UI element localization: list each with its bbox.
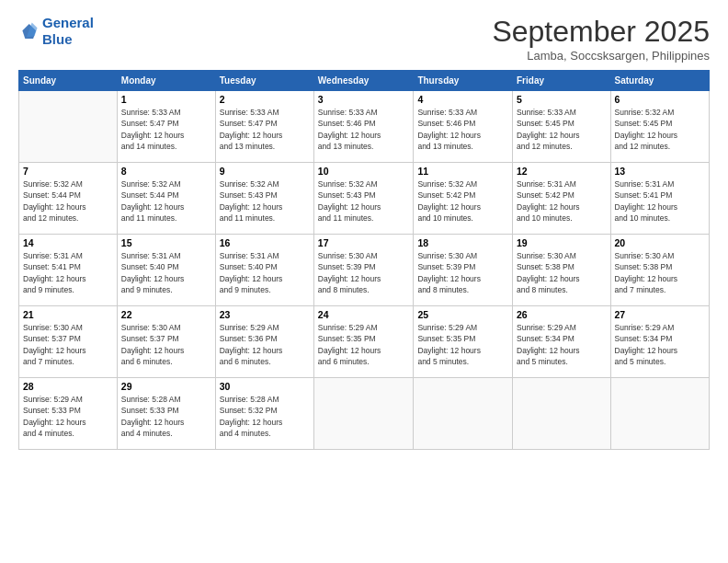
day-cell: 19Sunrise: 5:30 AMSunset: 5:38 PMDayligh… [513, 235, 611, 306]
day-cell: 1Sunrise: 5:33 AMSunset: 5:47 PMDaylight… [117, 91, 215, 163]
day-info: Sunrise: 5:28 AMSunset: 5:32 PMDaylight:… [220, 394, 310, 439]
day-info: Sunrise: 5:30 AMSunset: 5:39 PMDaylight:… [318, 250, 410, 295]
calendar-table: SundayMondayTuesdayWednesdayThursdayFrid… [18, 70, 710, 450]
day-info: Sunrise: 5:30 AMSunset: 5:39 PMDaylight:… [417, 250, 508, 295]
day-info: Sunrise: 5:30 AMSunset: 5:37 PMDaylight:… [23, 322, 113, 367]
day-cell: 22Sunrise: 5:30 AMSunset: 5:37 PMDayligh… [117, 306, 215, 378]
day-number: 2 [220, 94, 310, 105]
day-number: 17 [318, 237, 410, 248]
day-info: Sunrise: 5:32 AMSunset: 5:44 PMDaylight:… [23, 178, 113, 224]
day-number: 3 [318, 94, 410, 105]
day-cell: 25Sunrise: 5:29 AMSunset: 5:35 PMDayligh… [414, 306, 513, 378]
col-header-monday: Monday [117, 71, 215, 91]
day-number: 7 [23, 166, 113, 177]
day-info: Sunrise: 5:29 AMSunset: 5:36 PMDaylight:… [220, 322, 310, 367]
day-cell: 4Sunrise: 5:33 AMSunset: 5:46 PMDaylight… [414, 91, 513, 163]
week-row-5: 28Sunrise: 5:29 AMSunset: 5:33 PMDayligh… [19, 378, 710, 450]
day-info: Sunrise: 5:33 AMSunset: 5:46 PMDaylight:… [417, 107, 508, 152]
day-cell: 21Sunrise: 5:30 AMSunset: 5:37 PMDayligh… [19, 306, 118, 378]
day-info: Sunrise: 5:33 AMSunset: 5:47 PMDaylight:… [121, 107, 211, 152]
day-info: Sunrise: 5:33 AMSunset: 5:46 PMDaylight:… [318, 107, 410, 152]
day-info: Sunrise: 5:30 AMSunset: 5:38 PMDaylight:… [615, 250, 705, 295]
day-info: Sunrise: 5:31 AMSunset: 5:42 PMDaylight:… [517, 178, 607, 224]
day-number: 22 [121, 309, 211, 320]
col-header-wednesday: Wednesday [313, 71, 414, 91]
day-cell [513, 378, 611, 450]
day-cell: 10Sunrise: 5:32 AMSunset: 5:43 PMDayligh… [313, 163, 414, 235]
day-info: Sunrise: 5:29 AMSunset: 5:35 PMDaylight:… [417, 322, 508, 367]
day-number: 8 [121, 166, 211, 177]
week-row-2: 7Sunrise: 5:32 AMSunset: 5:44 PMDaylight… [19, 163, 710, 235]
day-cell: 15Sunrise: 5:31 AMSunset: 5:40 PMDayligh… [117, 235, 215, 306]
day-number: 19 [517, 237, 607, 248]
logo: General Blue [18, 15, 94, 48]
day-cell: 5Sunrise: 5:33 AMSunset: 5:45 PMDaylight… [513, 91, 611, 163]
col-header-saturday: Saturday [610, 71, 709, 91]
day-info: Sunrise: 5:32 AMSunset: 5:45 PMDaylight:… [615, 107, 705, 152]
day-cell: 30Sunrise: 5:28 AMSunset: 5:32 PMDayligh… [215, 378, 313, 450]
day-info: Sunrise: 5:31 AMSunset: 5:40 PMDaylight:… [220, 250, 310, 295]
col-header-thursday: Thursday [414, 71, 513, 91]
day-cell: 20Sunrise: 5:30 AMSunset: 5:38 PMDayligh… [610, 235, 709, 306]
day-cell: 8Sunrise: 5:32 AMSunset: 5:44 PMDaylight… [117, 163, 215, 235]
week-row-1: 1Sunrise: 5:33 AMSunset: 5:47 PMDaylight… [19, 91, 710, 163]
day-info: Sunrise: 5:29 AMSunset: 5:34 PMDaylight:… [517, 322, 607, 367]
title-block: September 2025 Lamba, Soccsksargen, Phil… [492, 15, 710, 63]
day-number: 4 [417, 94, 508, 105]
day-cell: 3Sunrise: 5:33 AMSunset: 5:46 PMDaylight… [313, 91, 414, 163]
day-number: 10 [318, 166, 410, 177]
day-info: Sunrise: 5:31 AMSunset: 5:41 PMDaylight:… [615, 178, 705, 224]
day-info: Sunrise: 5:32 AMSunset: 5:43 PMDaylight:… [220, 178, 310, 224]
day-cell: 16Sunrise: 5:31 AMSunset: 5:40 PMDayligh… [215, 235, 313, 306]
day-number: 12 [517, 166, 607, 177]
logo-blue: Blue [42, 31, 73, 47]
day-cell: 9Sunrise: 5:32 AMSunset: 5:43 PMDaylight… [215, 163, 313, 235]
day-cell: 29Sunrise: 5:28 AMSunset: 5:33 PMDayligh… [117, 378, 215, 450]
logo-icon [18, 21, 39, 41]
day-number: 1 [121, 94, 211, 105]
day-number: 20 [615, 237, 705, 248]
day-number: 14 [23, 237, 113, 248]
day-number: 29 [121, 381, 211, 392]
day-number: 15 [121, 237, 211, 248]
day-cell: 13Sunrise: 5:31 AMSunset: 5:41 PMDayligh… [610, 163, 709, 235]
day-info: Sunrise: 5:29 AMSunset: 5:34 PMDaylight:… [615, 322, 705, 367]
day-number: 25 [417, 309, 508, 320]
day-cell [19, 91, 118, 163]
day-number: 9 [220, 166, 310, 177]
day-cell: 23Sunrise: 5:29 AMSunset: 5:36 PMDayligh… [215, 306, 313, 378]
day-info: Sunrise: 5:31 AMSunset: 5:40 PMDaylight:… [121, 250, 211, 295]
page: General Blue September 2025 Lamba, Soccs… [0, 0, 728, 563]
day-info: Sunrise: 5:29 AMSunset: 5:35 PMDaylight:… [318, 322, 410, 367]
day-number: 6 [615, 94, 705, 105]
day-cell [414, 378, 513, 450]
day-info: Sunrise: 5:32 AMSunset: 5:43 PMDaylight:… [318, 178, 410, 224]
day-number: 13 [615, 166, 705, 177]
day-cell: 28Sunrise: 5:29 AMSunset: 5:33 PMDayligh… [19, 378, 118, 450]
day-number: 21 [23, 309, 113, 320]
col-header-tuesday: Tuesday [215, 71, 313, 91]
header-row: SundayMondayTuesdayWednesdayThursdayFrid… [19, 71, 710, 91]
day-cell: 27Sunrise: 5:29 AMSunset: 5:34 PMDayligh… [610, 306, 709, 378]
day-number: 30 [220, 381, 310, 392]
subtitle: Lamba, Soccsksargen, Philippines [492, 49, 710, 63]
day-info: Sunrise: 5:33 AMSunset: 5:47 PMDaylight:… [220, 107, 310, 152]
day-info: Sunrise: 5:32 AMSunset: 5:42 PMDaylight:… [417, 178, 508, 224]
day-cell: 12Sunrise: 5:31 AMSunset: 5:42 PMDayligh… [513, 163, 611, 235]
day-cell [610, 378, 709, 450]
day-cell: 2Sunrise: 5:33 AMSunset: 5:47 PMDaylight… [215, 91, 313, 163]
day-number: 28 [23, 381, 113, 392]
day-number: 18 [417, 237, 508, 248]
header: General Blue September 2025 Lamba, Soccs… [18, 15, 710, 63]
day-cell: 6Sunrise: 5:32 AMSunset: 5:45 PMDaylight… [610, 91, 709, 163]
day-info: Sunrise: 5:28 AMSunset: 5:33 PMDaylight:… [121, 394, 211, 439]
week-row-4: 21Sunrise: 5:30 AMSunset: 5:37 PMDayligh… [19, 306, 710, 378]
day-cell: 14Sunrise: 5:31 AMSunset: 5:41 PMDayligh… [19, 235, 118, 306]
day-info: Sunrise: 5:30 AMSunset: 5:37 PMDaylight:… [121, 322, 211, 367]
day-info: Sunrise: 5:31 AMSunset: 5:41 PMDaylight:… [23, 250, 113, 295]
day-number: 26 [517, 309, 607, 320]
day-cell: 11Sunrise: 5:32 AMSunset: 5:42 PMDayligh… [414, 163, 513, 235]
day-number: 5 [517, 94, 607, 105]
day-info: Sunrise: 5:29 AMSunset: 5:33 PMDaylight:… [23, 394, 113, 439]
day-number: 23 [220, 309, 310, 320]
